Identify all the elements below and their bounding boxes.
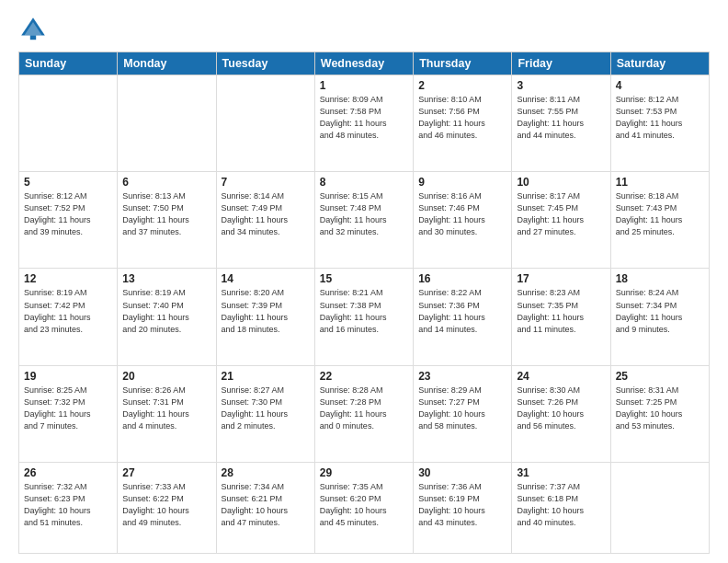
day-info: Sunrise: 8:12 AM Sunset: 7:53 PM Dayligh… xyxy=(616,94,704,142)
calendar-cell: 27Sunrise: 7:33 AM Sunset: 6:22 PM Dayli… xyxy=(118,462,216,553)
day-number: 4 xyxy=(616,79,704,92)
day-info: Sunrise: 8:22 AM Sunset: 7:36 PM Dayligh… xyxy=(418,287,506,335)
day-info: Sunrise: 7:35 AM Sunset: 6:20 PM Dayligh… xyxy=(320,481,408,529)
day-number: 9 xyxy=(418,176,506,189)
day-number: 20 xyxy=(122,370,210,383)
column-header-wednesday: Wednesday xyxy=(314,52,413,75)
day-number: 8 xyxy=(320,176,408,189)
day-number: 29 xyxy=(320,466,408,479)
calendar-cell: 1Sunrise: 8:09 AM Sunset: 7:58 PM Daylig… xyxy=(314,75,413,172)
day-number: 31 xyxy=(517,466,605,479)
calendar-cell xyxy=(19,75,118,172)
calendar-cell xyxy=(216,75,314,172)
day-number: 10 xyxy=(517,176,605,189)
day-info: Sunrise: 8:29 AM Sunset: 7:27 PM Dayligh… xyxy=(418,385,506,432)
calendar-cell: 29Sunrise: 7:35 AM Sunset: 6:20 PM Dayli… xyxy=(314,462,413,553)
calendar-cell xyxy=(610,462,709,553)
calendar-week-row: 12Sunrise: 8:19 AM Sunset: 7:42 PM Dayli… xyxy=(19,269,710,365)
column-header-tuesday: Tuesday xyxy=(216,52,314,75)
calendar-cell: 12Sunrise: 8:19 AM Sunset: 7:42 PM Dayli… xyxy=(19,269,118,365)
day-number: 17 xyxy=(517,272,605,285)
calendar-table: SundayMondayTuesdayWednesdayThursdayFrid… xyxy=(18,52,710,554)
column-header-friday: Friday xyxy=(512,52,610,75)
svg-rect-2 xyxy=(30,35,36,40)
calendar-cell: 14Sunrise: 8:20 AM Sunset: 7:39 PM Dayli… xyxy=(216,269,314,365)
day-info: Sunrise: 8:16 AM Sunset: 7:46 PM Dayligh… xyxy=(418,190,506,238)
day-info: Sunrise: 8:12 AM Sunset: 7:52 PM Dayligh… xyxy=(24,190,112,238)
day-info: Sunrise: 8:09 AM Sunset: 7:58 PM Dayligh… xyxy=(320,94,408,142)
day-number: 11 xyxy=(616,176,704,189)
day-info: Sunrise: 8:23 AM Sunset: 7:35 PM Dayligh… xyxy=(517,287,605,335)
calendar-cell: 10Sunrise: 8:17 AM Sunset: 7:45 PM Dayli… xyxy=(512,172,610,269)
calendar-cell: 26Sunrise: 7:32 AM Sunset: 6:23 PM Dayli… xyxy=(19,462,118,553)
day-info: Sunrise: 8:24 AM Sunset: 7:34 PM Dayligh… xyxy=(616,287,704,335)
calendar-header-row: SundayMondayTuesdayWednesdayThursdayFrid… xyxy=(19,52,710,75)
calendar-cell: 21Sunrise: 8:27 AM Sunset: 7:30 PM Dayli… xyxy=(216,365,314,462)
calendar-cell: 7Sunrise: 8:14 AM Sunset: 7:49 PM Daylig… xyxy=(216,172,314,269)
calendar-cell: 16Sunrise: 8:22 AM Sunset: 7:36 PM Dayli… xyxy=(414,269,512,365)
day-info: Sunrise: 8:14 AM Sunset: 7:49 PM Dayligh… xyxy=(222,190,310,238)
day-info: Sunrise: 8:20 AM Sunset: 7:39 PM Dayligh… xyxy=(222,287,310,335)
calendar-week-row: 26Sunrise: 7:32 AM Sunset: 6:23 PM Dayli… xyxy=(19,462,710,553)
day-number: 1 xyxy=(320,79,408,92)
day-number: 23 xyxy=(418,370,506,383)
calendar-cell: 23Sunrise: 8:29 AM Sunset: 7:27 PM Dayli… xyxy=(414,365,512,462)
day-number: 28 xyxy=(222,466,310,479)
day-info: Sunrise: 7:36 AM Sunset: 6:19 PM Dayligh… xyxy=(418,481,506,529)
header xyxy=(18,15,710,44)
day-info: Sunrise: 8:19 AM Sunset: 7:40 PM Dayligh… xyxy=(122,287,210,335)
day-number: 19 xyxy=(24,370,112,383)
calendar-cell: 8Sunrise: 8:15 AM Sunset: 7:48 PM Daylig… xyxy=(314,172,413,269)
day-number: 2 xyxy=(418,79,506,92)
column-header-thursday: Thursday xyxy=(414,52,512,75)
day-number: 13 xyxy=(122,272,210,285)
calendar-cell: 15Sunrise: 8:21 AM Sunset: 7:38 PM Dayli… xyxy=(314,269,413,365)
day-info: Sunrise: 7:32 AM Sunset: 6:23 PM Dayligh… xyxy=(24,481,112,529)
calendar-cell: 20Sunrise: 8:26 AM Sunset: 7:31 PM Dayli… xyxy=(118,365,216,462)
column-header-saturday: Saturday xyxy=(610,52,709,75)
day-number: 30 xyxy=(418,466,506,479)
day-number: 7 xyxy=(222,176,310,189)
calendar-cell: 31Sunrise: 7:37 AM Sunset: 6:18 PM Dayli… xyxy=(512,462,610,553)
day-number: 16 xyxy=(418,272,506,285)
calendar-cell: 19Sunrise: 8:25 AM Sunset: 7:32 PM Dayli… xyxy=(19,365,118,462)
logo-icon xyxy=(18,15,48,44)
column-header-monday: Monday xyxy=(118,52,216,75)
day-info: Sunrise: 8:28 AM Sunset: 7:28 PM Dayligh… xyxy=(320,385,408,432)
day-number: 18 xyxy=(616,272,704,285)
day-number: 24 xyxy=(517,370,605,383)
calendar-cell: 9Sunrise: 8:16 AM Sunset: 7:46 PM Daylig… xyxy=(414,172,512,269)
calendar-cell: 13Sunrise: 8:19 AM Sunset: 7:40 PM Dayli… xyxy=(118,269,216,365)
day-number: 14 xyxy=(222,272,310,285)
day-number: 15 xyxy=(320,272,408,285)
day-info: Sunrise: 8:19 AM Sunset: 7:42 PM Dayligh… xyxy=(24,287,112,335)
day-number: 22 xyxy=(320,370,408,383)
calendar-week-row: 1Sunrise: 8:09 AM Sunset: 7:58 PM Daylig… xyxy=(19,75,710,172)
calendar-cell: 5Sunrise: 8:12 AM Sunset: 7:52 PM Daylig… xyxy=(19,172,118,269)
calendar-cell: 4Sunrise: 8:12 AM Sunset: 7:53 PM Daylig… xyxy=(610,75,709,172)
day-info: Sunrise: 8:26 AM Sunset: 7:31 PM Dayligh… xyxy=(122,385,210,432)
calendar-cell xyxy=(118,75,216,172)
day-number: 6 xyxy=(122,176,210,189)
day-number: 21 xyxy=(222,370,310,383)
calendar-cell: 6Sunrise: 8:13 AM Sunset: 7:50 PM Daylig… xyxy=(118,172,216,269)
calendar-cell: 24Sunrise: 8:30 AM Sunset: 7:26 PM Dayli… xyxy=(512,365,610,462)
calendar-cell: 28Sunrise: 7:34 AM Sunset: 6:21 PM Dayli… xyxy=(216,462,314,553)
calendar-week-row: 19Sunrise: 8:25 AM Sunset: 7:32 PM Dayli… xyxy=(19,365,710,462)
day-number: 25 xyxy=(616,370,704,383)
calendar-cell: 2Sunrise: 8:10 AM Sunset: 7:56 PM Daylig… xyxy=(414,75,512,172)
day-info: Sunrise: 8:30 AM Sunset: 7:26 PM Dayligh… xyxy=(517,385,605,432)
calendar-cell: 11Sunrise: 8:18 AM Sunset: 7:43 PM Dayli… xyxy=(610,172,709,269)
day-info: Sunrise: 8:31 AM Sunset: 7:25 PM Dayligh… xyxy=(616,385,704,432)
calendar-cell: 18Sunrise: 8:24 AM Sunset: 7:34 PM Dayli… xyxy=(610,269,709,365)
day-info: Sunrise: 8:17 AM Sunset: 7:45 PM Dayligh… xyxy=(517,190,605,238)
day-info: Sunrise: 8:25 AM Sunset: 7:32 PM Dayligh… xyxy=(24,385,112,432)
calendar-cell: 17Sunrise: 8:23 AM Sunset: 7:35 PM Dayli… xyxy=(512,269,610,365)
day-info: Sunrise: 8:13 AM Sunset: 7:50 PM Dayligh… xyxy=(122,190,210,238)
day-number: 26 xyxy=(24,466,112,479)
day-number: 3 xyxy=(517,79,605,92)
day-info: Sunrise: 8:15 AM Sunset: 7:48 PM Dayligh… xyxy=(320,190,408,238)
calendar-cell: 3Sunrise: 8:11 AM Sunset: 7:55 PM Daylig… xyxy=(512,75,610,172)
day-number: 12 xyxy=(24,272,112,285)
day-info: Sunrise: 7:34 AM Sunset: 6:21 PM Dayligh… xyxy=(222,481,310,529)
